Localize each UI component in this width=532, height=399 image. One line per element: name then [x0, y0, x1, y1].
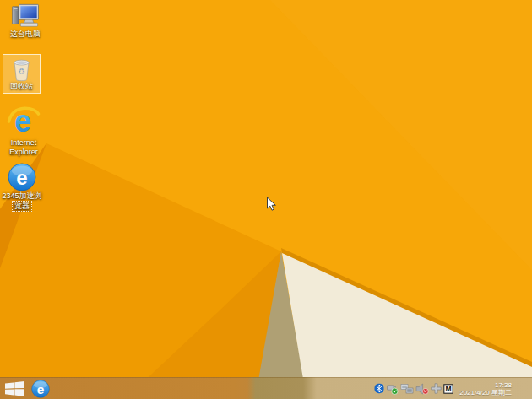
2345-browser-label-line1: 2345加速浏 — [2, 191, 41, 201]
desktop-icon-recycle-bin[interactable]: ♻ 回收站 — [3, 54, 41, 94]
desktop-icon-internet-explorer[interactable]: e Internet Explorer — [0, 105, 47, 157]
wallpaper-graphic — [0, 0, 532, 399]
taskbar-pinned-2345-browser[interactable]: e — [31, 380, 50, 398]
clock-time: 17:38 — [459, 381, 512, 389]
internet-explorer-label-line1: Internet — [11, 138, 37, 148]
svg-text:M: M — [446, 385, 452, 393]
internet-explorer-icon: e — [7, 105, 41, 138]
input-switcher-icon[interactable] — [431, 383, 442, 394]
2345-browser-label-focus: 览器 — [12, 201, 32, 212]
windows-logo-icon — [5, 381, 24, 396]
svg-text:e: e — [37, 382, 45, 396]
desktop-wallpaper — [0, 0, 532, 399]
svg-text:e: e — [16, 166, 27, 189]
this-pc-label: 这台电脑 — [10, 30, 41, 39]
2345-browser-label-line2: 览器 — [12, 201, 32, 212]
ime-mode-icon[interactable]: M — [443, 384, 453, 394]
recycle-bin-label: 回收站 — [10, 82, 33, 91]
desktop-screen: 这台电脑 ♻ 回收站 e Internet Explorer — [0, 0, 532, 399]
internet-explorer-label-line2: Explorer — [9, 148, 38, 157]
start-button[interactable] — [0, 378, 29, 399]
volume-muted-icon[interactable] — [415, 383, 429, 395]
system-tray: M 17:38 2021/4/20 星期二 — [374, 378, 512, 399]
recycle-bin-icon: ♻ — [10, 57, 33, 82]
safely-remove-hardware-icon[interactable] — [386, 383, 399, 395]
network-icon[interactable] — [400, 383, 414, 395]
taskbar: e — [0, 377, 532, 399]
clock-date: 2021/4/20 星期二 — [459, 389, 512, 396]
svg-text:♻: ♻ — [18, 67, 24, 76]
taskbar-clock[interactable]: 17:38 2021/4/20 星期二 — [459, 381, 512, 396]
bluetooth-icon[interactable] — [374, 383, 384, 394]
desktop-icon-this-pc[interactable]: 这台电脑 — [3, 3, 47, 39]
this-pc-icon — [10, 3, 41, 30]
2345-browser-taskbar-icon: e — [31, 380, 50, 398]
desktop-icon-2345-browser[interactable]: e 2345加速浏 览器 — [0, 163, 44, 212]
2345-browser-icon: e — [8, 163, 36, 191]
